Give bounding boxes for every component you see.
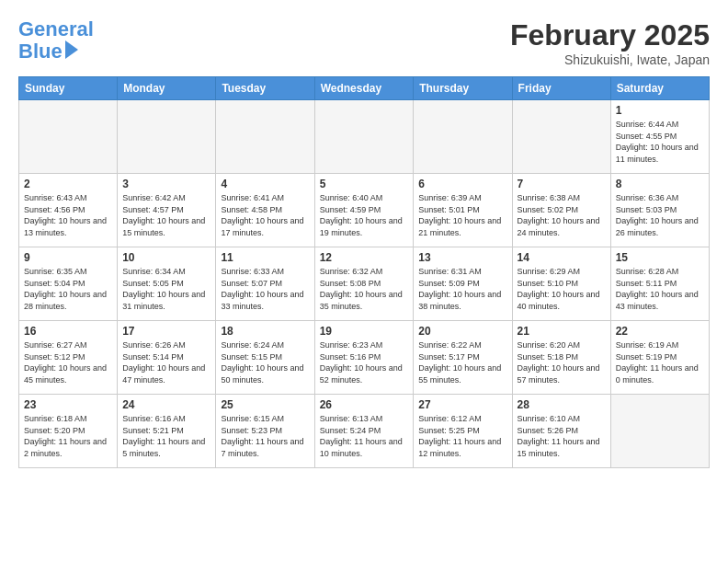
day-number: 21 xyxy=(518,325,606,338)
day-info: Sunrise: 6:22 AM Sunset: 5:17 PM Dayligh… xyxy=(418,339,506,385)
day-number: 18 xyxy=(221,325,309,338)
table-row: 5Sunrise: 6:40 AM Sunset: 4:59 PM Daylig… xyxy=(314,174,414,247)
table-row: 28Sunrise: 6:10 AM Sunset: 5:26 PM Dayli… xyxy=(512,395,610,468)
header-tuesday: Tuesday xyxy=(216,77,314,100)
table-row: 1Sunrise: 6:44 AM Sunset: 4:55 PM Daylig… xyxy=(610,100,709,174)
header-thursday: Thursday xyxy=(414,77,512,100)
day-info: Sunrise: 6:41 AM Sunset: 4:58 PM Dayligh… xyxy=(221,192,309,238)
table-row: 27Sunrise: 6:12 AM Sunset: 5:25 PM Dayli… xyxy=(414,395,512,468)
day-info: Sunrise: 6:34 AM Sunset: 5:05 PM Dayligh… xyxy=(122,266,210,312)
calendar-week-row: 9Sunrise: 6:35 AM Sunset: 5:04 PM Daylig… xyxy=(19,247,710,321)
day-info: Sunrise: 6:36 AM Sunset: 5:03 PM Dayligh… xyxy=(616,192,704,238)
day-number: 12 xyxy=(320,251,409,264)
day-info: Sunrise: 6:38 AM Sunset: 5:02 PM Dayligh… xyxy=(518,192,606,238)
header-saturday: Saturday xyxy=(610,77,709,100)
header-sunday: Sunday xyxy=(19,77,118,100)
table-row: 7Sunrise: 6:38 AM Sunset: 5:02 PM Daylig… xyxy=(512,174,610,247)
table-row: 2Sunrise: 6:43 AM Sunset: 4:56 PM Daylig… xyxy=(19,174,118,247)
day-number: 17 xyxy=(122,325,210,338)
day-info: Sunrise: 6:19 AM Sunset: 5:19 PM Dayligh… xyxy=(616,339,704,385)
logo-general: General xyxy=(18,17,94,40)
header-monday: Monday xyxy=(118,77,216,100)
calendar-header-row: Sunday Monday Tuesday Wednesday Thursday… xyxy=(19,77,710,100)
day-info: Sunrise: 6:33 AM Sunset: 5:07 PM Dayligh… xyxy=(221,266,309,312)
day-info: Sunrise: 6:12 AM Sunset: 5:25 PM Dayligh… xyxy=(418,413,506,459)
day-number: 10 xyxy=(122,251,210,264)
day-info: Sunrise: 6:10 AM Sunset: 5:26 PM Dayligh… xyxy=(518,413,606,459)
day-info: Sunrise: 6:29 AM Sunset: 5:10 PM Dayligh… xyxy=(518,266,606,312)
table-row: 13Sunrise: 6:31 AM Sunset: 5:09 PM Dayli… xyxy=(414,247,512,321)
day-number: 22 xyxy=(616,325,704,338)
table-row: 22Sunrise: 6:19 AM Sunset: 5:19 PM Dayli… xyxy=(610,321,709,395)
day-info: Sunrise: 6:23 AM Sunset: 5:16 PM Dayligh… xyxy=(320,339,409,385)
table-row: 4Sunrise: 6:41 AM Sunset: 4:58 PM Daylig… xyxy=(216,174,314,247)
table-row: 9Sunrise: 6:35 AM Sunset: 5:04 PM Daylig… xyxy=(19,247,118,321)
logo-text: General xyxy=(18,18,94,40)
day-number: 1 xyxy=(616,104,704,117)
calendar-week-row: 23Sunrise: 6:18 AM Sunset: 5:20 PM Dayli… xyxy=(19,395,710,468)
table-row: 12Sunrise: 6:32 AM Sunset: 5:08 PM Dayli… xyxy=(314,247,414,321)
table-row: 3Sunrise: 6:42 AM Sunset: 4:57 PM Daylig… xyxy=(118,174,216,247)
day-info: Sunrise: 6:42 AM Sunset: 4:57 PM Dayligh… xyxy=(122,192,210,238)
day-info: Sunrise: 6:15 AM Sunset: 5:23 PM Dayligh… xyxy=(221,413,309,459)
table-row: 21Sunrise: 6:20 AM Sunset: 5:18 PM Dayli… xyxy=(512,321,610,395)
table-row xyxy=(414,100,512,174)
table-row xyxy=(512,100,610,174)
table-row xyxy=(314,100,414,174)
day-info: Sunrise: 6:35 AM Sunset: 5:04 PM Dayligh… xyxy=(24,266,112,312)
table-row: 11Sunrise: 6:33 AM Sunset: 5:07 PM Dayli… xyxy=(216,247,314,321)
day-info: Sunrise: 6:28 AM Sunset: 5:11 PM Dayligh… xyxy=(616,266,704,312)
day-number: 27 xyxy=(418,398,506,411)
header-friday: Friday xyxy=(512,77,610,100)
table-row: 6Sunrise: 6:39 AM Sunset: 5:01 PM Daylig… xyxy=(414,174,512,247)
day-number: 26 xyxy=(320,398,409,411)
day-info: Sunrise: 6:13 AM Sunset: 5:24 PM Dayligh… xyxy=(320,413,409,459)
day-number: 24 xyxy=(122,398,210,411)
day-number: 14 xyxy=(518,251,606,264)
day-number: 28 xyxy=(518,398,606,411)
day-number: 13 xyxy=(418,251,506,264)
calendar-week-row: 1Sunrise: 6:44 AM Sunset: 4:55 PM Daylig… xyxy=(19,100,710,174)
table-row: 14Sunrise: 6:29 AM Sunset: 5:10 PM Dayli… xyxy=(512,247,610,321)
day-number: 5 xyxy=(320,178,409,190)
calendar-table: Sunday Monday Tuesday Wednesday Thursday… xyxy=(18,76,710,468)
day-info: Sunrise: 6:43 AM Sunset: 4:56 PM Dayligh… xyxy=(24,192,112,238)
day-info: Sunrise: 6:16 AM Sunset: 5:21 PM Dayligh… xyxy=(122,413,210,459)
day-number: 16 xyxy=(24,325,112,338)
day-number: 3 xyxy=(122,178,210,190)
table-row: 23Sunrise: 6:18 AM Sunset: 5:20 PM Dayli… xyxy=(19,395,118,468)
table-row xyxy=(610,395,709,468)
day-info: Sunrise: 6:27 AM Sunset: 5:12 PM Dayligh… xyxy=(24,339,112,385)
day-number: 11 xyxy=(221,251,309,264)
logo-arrow-icon xyxy=(65,40,78,59)
calendar-week-row: 2Sunrise: 6:43 AM Sunset: 4:56 PM Daylig… xyxy=(19,174,710,247)
day-info: Sunrise: 6:32 AM Sunset: 5:08 PM Dayligh… xyxy=(320,266,409,312)
day-number: 19 xyxy=(320,325,409,338)
month-title: February 2025 xyxy=(510,18,710,52)
day-number: 7 xyxy=(518,178,606,190)
day-info: Sunrise: 6:44 AM Sunset: 4:55 PM Dayligh… xyxy=(616,119,704,165)
day-info: Sunrise: 6:24 AM Sunset: 5:15 PM Dayligh… xyxy=(221,339,309,385)
table-row: 17Sunrise: 6:26 AM Sunset: 5:14 PM Dayli… xyxy=(118,321,216,395)
logo-blue: Blue xyxy=(18,40,63,63)
day-info: Sunrise: 6:31 AM Sunset: 5:09 PM Dayligh… xyxy=(418,266,506,312)
page-header: General Blue February 2025 Shizukuishi, … xyxy=(18,18,710,67)
table-row: 24Sunrise: 6:16 AM Sunset: 5:21 PM Dayli… xyxy=(118,395,216,468)
table-row: 10Sunrise: 6:34 AM Sunset: 5:05 PM Dayli… xyxy=(118,247,216,321)
table-row: 15Sunrise: 6:28 AM Sunset: 5:11 PM Dayli… xyxy=(610,247,709,321)
day-number: 6 xyxy=(418,178,506,190)
title-block: February 2025 Shizukuishi, Iwate, Japan xyxy=(510,18,710,67)
table-row: 26Sunrise: 6:13 AM Sunset: 5:24 PM Dayli… xyxy=(314,395,414,468)
table-row: 8Sunrise: 6:36 AM Sunset: 5:03 PM Daylig… xyxy=(610,174,709,247)
day-number: 25 xyxy=(221,398,309,411)
day-number: 23 xyxy=(24,398,112,411)
table-row: 25Sunrise: 6:15 AM Sunset: 5:23 PM Dayli… xyxy=(216,395,314,468)
day-number: 8 xyxy=(616,178,704,190)
table-row xyxy=(19,100,118,174)
day-info: Sunrise: 6:40 AM Sunset: 4:59 PM Dayligh… xyxy=(320,192,409,238)
day-info: Sunrise: 6:20 AM Sunset: 5:18 PM Dayligh… xyxy=(518,339,606,385)
day-number: 9 xyxy=(24,251,112,264)
day-number: 20 xyxy=(418,325,506,338)
day-info: Sunrise: 6:39 AM Sunset: 5:01 PM Dayligh… xyxy=(418,192,506,238)
table-row xyxy=(216,100,314,174)
